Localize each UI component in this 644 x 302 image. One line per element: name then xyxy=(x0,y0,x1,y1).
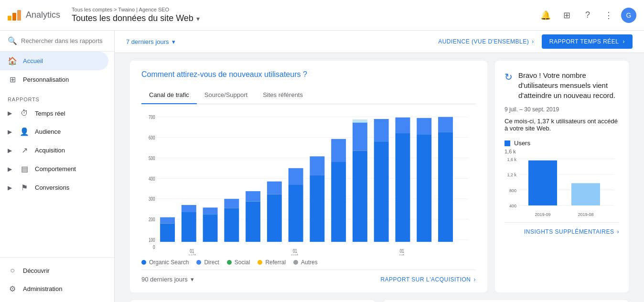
apps-icon[interactable]: ⊞ xyxy=(558,7,575,24)
legend-label-social: Social xyxy=(235,259,250,266)
bar-chart: 700 600 500 400 300 200 100 0 xyxy=(141,112,476,255)
site-title-dropdown[interactable]: ▾ xyxy=(196,15,200,22)
arrow-right-icon: › xyxy=(474,276,476,283)
avatar[interactable]: G xyxy=(621,8,636,23)
svg-rect-25 xyxy=(267,194,282,242)
svg-rect-24 xyxy=(246,191,260,201)
help-icon[interactable]: ? xyxy=(579,7,596,24)
days-selector[interactable]: 90 derniers jours ▾ xyxy=(141,276,194,283)
svg-rect-22 xyxy=(224,199,239,208)
bottom-cards: Quelles tendances se dégagent du comport… xyxy=(122,300,636,302)
main-layout: 🔍 🏠 Accueil ⊞ Personnalisation RAPPORTS … xyxy=(0,31,644,302)
acquisition-report-label: RAPPORT SUR L'ACQUISITION xyxy=(380,276,471,283)
svg-text:1,2 k: 1,2 k xyxy=(507,173,517,177)
svg-rect-19 xyxy=(203,214,218,242)
gear-icon: ⚙ xyxy=(8,284,17,293)
date-dropdown-icon: ▾ xyxy=(172,38,175,45)
sidebar-item-acquisition[interactable]: ▶ ↗ Acquisition xyxy=(0,141,114,160)
svg-rect-37 xyxy=(374,119,389,141)
notifications-icon[interactable]: 🔔 xyxy=(537,7,554,24)
sidebar-item-label: Découvrir xyxy=(23,267,50,274)
svg-text:oct.: oct. xyxy=(399,253,405,255)
insights-link[interactable]: INSIGHTS SUPPLÉMENTAIRES › xyxy=(524,228,619,235)
svg-text:0: 0 xyxy=(153,244,155,250)
days-label: 90 derniers jours xyxy=(141,276,188,283)
svg-text:200: 200 xyxy=(149,216,155,222)
users-legend: Users xyxy=(504,140,619,147)
acquisition-report-link[interactable]: RAPPORT SUR L'ACQUISITION › xyxy=(380,276,476,283)
reports-section-label: RAPPORTS xyxy=(0,89,114,104)
arrow-right-icon: › xyxy=(532,38,534,45)
arrow-right-icon: › xyxy=(623,38,625,45)
svg-text:600: 600 xyxy=(149,135,155,140)
sidebar-item-audience[interactable]: ▶ 👤 Audience xyxy=(0,122,114,141)
legend-dot-social xyxy=(227,260,232,265)
sidebar-item-personnalisation[interactable]: ⊞ Personnalisation xyxy=(0,70,114,89)
svg-rect-43 xyxy=(438,117,453,132)
content-area: 7 derniers jours ▾ AUDIENCE (VUE D'ENSEM… xyxy=(115,31,644,302)
svg-rect-33 xyxy=(353,151,367,242)
svg-rect-29 xyxy=(310,175,324,242)
tab-sites-referents[interactable]: Sites référents xyxy=(255,86,311,104)
main-chart-title: Comment attirez-vous de nouveaux utilisa… xyxy=(141,70,476,79)
legend-organic: Organic Search xyxy=(141,259,189,266)
insights-label: INSIGHTS SUPPLÉMENTAIRES xyxy=(524,228,614,235)
sidebar-item-label: Personnalisation xyxy=(23,76,69,83)
legend-dot-direct xyxy=(196,260,201,265)
svg-rect-41 xyxy=(417,118,431,134)
sidebar-item-comportement[interactable]: ▶ ▤ Comportement xyxy=(0,160,114,178)
sidebar-item-accueil[interactable]: 🏠 Accueil xyxy=(0,52,108,70)
logo-bar-2 xyxy=(12,13,16,21)
tab-source-support[interactable]: Source/Support xyxy=(197,86,255,104)
more-icon[interactable]: ⋮ xyxy=(600,7,617,24)
svg-rect-26 xyxy=(267,182,282,194)
legend-label-autres: Autres xyxy=(301,259,318,266)
sidebar-item-administration[interactable]: ⚙ Administration xyxy=(0,280,114,298)
audience-link[interactable]: AUDIENCE (VUE D'ENSEMBLE) › xyxy=(438,38,534,45)
svg-text:300: 300 xyxy=(149,196,155,202)
side-card-header: ↻ Bravo ! Votre nombre d'utilisateurs me… xyxy=(504,70,619,100)
main-chart-card: Comment attirez-vous de nouveaux utilisa… xyxy=(130,61,487,292)
sidebar-item-temps-reel[interactable]: ▶ ⏱ Temps réel xyxy=(0,104,114,122)
mini-chart-svg: 1,6 k 1,2 k 800 400 2019-09 2019-08 xyxy=(504,156,619,218)
date-selector[interactable]: 7 derniers jours ▾ xyxy=(126,38,175,45)
sidebar-item-conversions[interactable]: ▶ ⚑ Conversions xyxy=(0,178,114,197)
svg-rect-38 xyxy=(396,133,410,242)
svg-rect-16 xyxy=(160,217,175,224)
svg-rect-40 xyxy=(417,134,431,242)
mini-chart: 1,6 k 1,2 k 800 400 2019-09 2019-08 xyxy=(504,156,619,218)
users-dot xyxy=(504,140,510,146)
svg-rect-28 xyxy=(289,168,303,184)
app-title: Analytics xyxy=(26,10,60,20)
legend-referral: Referral xyxy=(258,259,286,266)
discover-icon: ○ xyxy=(8,266,17,275)
svg-rect-32 xyxy=(331,139,346,162)
svg-rect-42 xyxy=(438,132,453,242)
chart-legend: Organic Search Direct Social Referr xyxy=(141,259,476,266)
realtime-button[interactable]: RAPPORT TEMPS RÉEL › xyxy=(542,34,633,49)
realtime-label: RAPPORT TEMPS RÉEL xyxy=(549,38,619,45)
svg-rect-36 xyxy=(374,141,389,242)
svg-text:sept.: sept. xyxy=(291,253,300,255)
expand-icon: ▶ xyxy=(8,129,12,135)
expand-icon: ▶ xyxy=(8,110,12,117)
legend-dot-organic xyxy=(141,260,146,265)
svg-text:800: 800 xyxy=(509,188,516,193)
svg-text:2019-09: 2019-09 xyxy=(535,212,550,216)
acquisition-icon: ↗ xyxy=(20,146,29,155)
sidebar-item-label: Temps réel xyxy=(35,110,65,117)
side-card-description: Ce mois-ci, 1,37 k utilisateurs ont accé… xyxy=(504,118,619,132)
sidebar-item-decouvrir[interactable]: ○ Découvrir xyxy=(0,261,114,280)
side-card-title: Bravo ! Votre nombre d'utilisateurs mens… xyxy=(518,70,619,100)
grid-icon: ⊞ xyxy=(8,75,17,84)
svg-text:1,6 k: 1,6 k xyxy=(507,157,517,162)
search-input[interactable] xyxy=(21,37,107,44)
svg-rect-15 xyxy=(160,224,175,242)
search-box: 🔍 xyxy=(0,31,114,52)
sidebar: 🔍 🏠 Accueil ⊞ Personnalisation RAPPORTS … xyxy=(0,31,115,302)
svg-text:400: 400 xyxy=(149,175,155,181)
logo-icon xyxy=(8,10,21,21)
tab-canal-trafic[interactable]: Canal de trafic xyxy=(141,86,197,104)
home-icon: 🏠 xyxy=(8,56,17,65)
arrow-right-icon: › xyxy=(617,228,620,235)
